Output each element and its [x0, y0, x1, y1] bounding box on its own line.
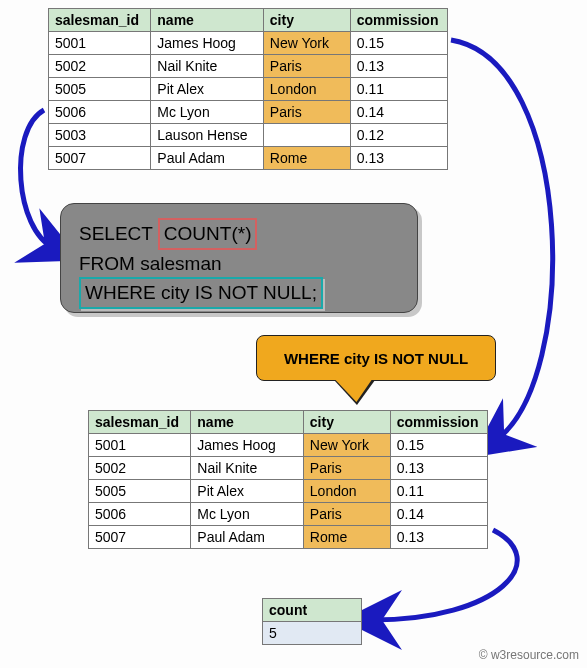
table-row: 5002 Nail Knite Paris 0.13: [89, 457, 488, 480]
count-result-table: count 5: [262, 598, 362, 645]
col-commission: commission: [350, 9, 447, 32]
count-header: count: [263, 599, 362, 622]
col-city: city: [303, 411, 390, 434]
sql-line-2: FROM salesman: [79, 250, 399, 278]
count-highlight: COUNT(*): [158, 218, 258, 250]
col-name: name: [191, 411, 304, 434]
sql-query-box: SELECT COUNT(*) FROM salesman WHERE city…: [60, 203, 418, 313]
table-row: 5001 James Hoog New York 0.15: [89, 434, 488, 457]
sql-line-1: SELECT COUNT(*): [79, 218, 399, 250]
col-city: city: [263, 9, 350, 32]
col-commission: commission: [390, 411, 487, 434]
sql-line-3: WHERE city IS NOT NULL;: [79, 277, 399, 309]
table-row: 5002 Nail Knite Paris 0.13: [49, 55, 448, 78]
table-row: 5007 Paul Adam Rome 0.13: [49, 147, 448, 170]
where-highlight: WHERE city IS NOT NULL;: [79, 277, 323, 309]
table-row: 5005 Pit Alex London 0.11: [89, 480, 488, 503]
table-row: 5007 Paul Adam Rome 0.13: [89, 526, 488, 549]
col-salesman-id: salesman_id: [89, 411, 191, 434]
table-row: 5003 Lauson Hense 0.12: [49, 124, 448, 147]
filtered-table: salesman_id name city commission 5001 Ja…: [88, 410, 488, 549]
table-row: 5001 James Hoog New York 0.15: [49, 32, 448, 55]
count-value: 5: [263, 622, 362, 645]
source-table: salesman_id name city commission 5001 Ja…: [48, 8, 448, 170]
table-row: 5005 Pit Alex London 0.11: [49, 78, 448, 101]
col-salesman-id: salesman_id: [49, 9, 151, 32]
table-row: 5006 Mc Lyon Paris 0.14: [89, 503, 488, 526]
where-callout: WHERE city IS NOT NULL: [256, 335, 496, 381]
table-row: 5006 Mc Lyon Paris 0.14: [49, 101, 448, 124]
watermark: © w3resource.com: [479, 648, 579, 662]
col-name: name: [151, 9, 264, 32]
